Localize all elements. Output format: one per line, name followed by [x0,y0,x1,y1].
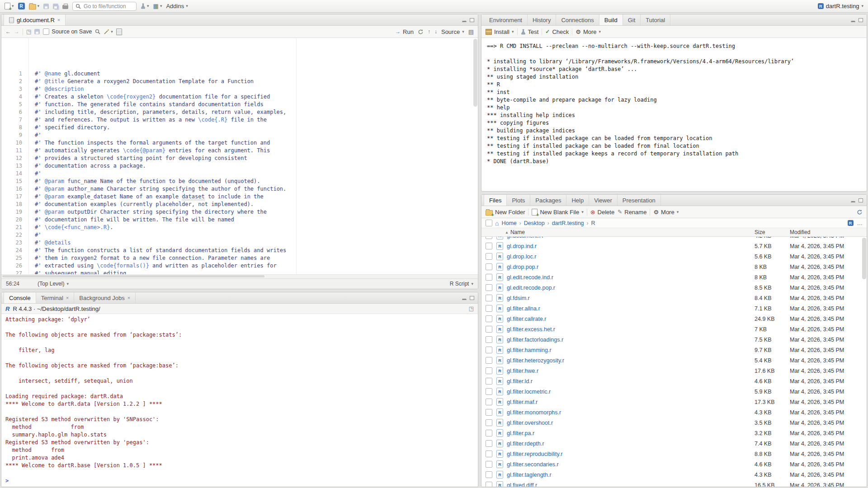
editor-scrollbar[interactable] [473,39,477,107]
maximize-pane-icon[interactable] [470,296,474,300]
tab-console[interactable]: Console [4,292,36,303]
project-selector[interactable]: R dartR.testing ▾ [818,3,863,9]
file-name-link[interactable]: gl.fixed.diff.r [507,482,755,487]
close-tab-icon[interactable]: × [127,295,130,300]
pane-layout-button[interactable]: ▦ ▾ [153,3,162,9]
file-checkbox[interactable] [486,471,492,478]
file-checkbox[interactable] [486,326,492,333]
file-checkbox[interactable] [486,243,492,249]
file-checkbox[interactable] [486,430,492,436]
tab-git[interactable]: Git [623,14,641,25]
file-name-link[interactable]: gl.drop.ind.r [507,243,755,249]
file-name-link[interactable]: gl.fdsim.r [507,295,755,301]
new-file-button[interactable]: ▾ [5,3,14,9]
close-tab-icon[interactable]: × [57,17,60,23]
tab-terminal[interactable]: Terminal× [36,292,75,303]
tab-packages[interactable]: Packages [530,195,566,206]
files-scrollbar[interactable] [862,238,866,279]
file-name-link[interactable]: gl.filter.maf.r [507,399,755,405]
file-checkbox[interactable] [486,482,492,487]
goto-file-input[interactable] [83,3,130,10]
next-chunk-icon[interactable]: ↓ [434,29,437,34]
tab-history[interactable]: History [528,14,556,25]
file-name-link[interactable]: gl.filter.ld.r [507,378,755,385]
file-checkbox[interactable] [486,336,492,343]
build-output[interactable]: ==> R CMD INSTALL --preclean --no-multia… [481,38,867,191]
file-checkbox[interactable] [486,305,492,312]
new-folder-button[interactable]: New Folder [486,209,525,216]
file-checkbox[interactable] [486,284,492,291]
code-editor[interactable]: 1#' @name gl.document2#' @title Generate… [1,38,478,274]
new-blank-file-button[interactable]: New Blank File ▾ [532,209,583,216]
file-checkbox[interactable] [486,399,492,405]
rerun-icon[interactable] [418,29,424,35]
open-file-button[interactable]: ▾ [29,3,40,9]
file-name-link[interactable]: gl.edit.recode.pop.r [507,285,755,291]
file-name-link[interactable]: gl.filter.factorloadings.r [507,337,755,343]
compile-tools-button[interactable]: ▾ [141,3,149,9]
delete-button[interactable]: ⊗ Delete [590,209,614,216]
minimize-pane-icon[interactable] [851,198,855,202]
tab-files[interactable]: Files [484,195,507,206]
console-output[interactable]: Attaching package: ‘dplyr’The following … [1,314,478,487]
column-header-name[interactable]: ▲ Name [505,229,755,235]
maximize-pane-icon[interactable] [859,18,863,22]
file-name-link[interactable]: gl.filter.heterozygosity.r [507,357,755,364]
file-checkbox[interactable] [486,357,492,364]
save-icon[interactable] [34,29,40,34]
save-all-icon[interactable] [53,4,58,9]
close-tab-icon[interactable]: × [66,295,69,300]
refresh-icon[interactable] [857,209,863,215]
tab-environment[interactable]: Environment [484,14,528,25]
forward-icon[interactable]: → [14,29,19,34]
new-project-icon[interactable]: R [18,3,25,9]
compile-report-icon[interactable] [116,28,122,35]
minimize-pane-icon[interactable] [462,296,467,300]
file-name-link[interactable]: gl.document.R [507,237,755,239]
source-on-save-toggle[interactable]: Source on Save [43,28,92,35]
file-checkbox[interactable] [486,295,492,301]
run-button[interactable]: → Run [395,28,414,35]
file-checkbox[interactable] [486,263,492,270]
previous-chunk-icon[interactable]: ↑ [428,29,430,34]
select-all-checkbox[interactable] [486,220,492,226]
maximize-pane-icon[interactable] [859,198,863,202]
file-checkbox[interactable] [486,237,492,239]
file-checkbox[interactable] [486,378,492,385]
code-tools-button[interactable]: ▾ [104,29,113,35]
tab-help[interactable]: Help [566,195,589,206]
file-name-link[interactable]: gl.edit.recode.ind.r [507,274,755,281]
addins-menu[interactable]: Addins ▾ [166,3,188,9]
file-name-link[interactable]: gl.filter.locmetric.r [507,389,755,395]
file-name-link[interactable]: gl.drop.loc.r [507,253,755,260]
file-name-link[interactable]: gl.filter.overshoot.r [507,420,755,426]
path-ellipsis-button[interactable]: … [857,220,863,226]
source-on-save-checkbox[interactable] [43,28,49,35]
file-name-link[interactable]: gl.filter.pa.r [507,430,755,436]
tab-connections[interactable]: Connections [556,14,599,25]
file-checkbox[interactable] [486,253,492,260]
tab-presentation[interactable]: Presentation [618,195,661,206]
file-checkbox[interactable] [486,315,492,322]
open-in-new-window-icon[interactable]: ◳ [26,29,31,34]
file-name-link[interactable]: gl.drop.pop.r [507,264,755,270]
scope-selector[interactable]: (Top Level) ▾ [38,281,69,287]
minimize-pane-icon[interactable] [462,18,467,22]
column-header-modified[interactable]: Modified [790,229,867,235]
tab-viewer[interactable]: Viewer [589,195,618,206]
build-more-menu[interactable]: ⚙ More ▾ [576,28,601,35]
save-icon[interactable] [43,4,49,9]
file-checkbox[interactable] [486,388,492,395]
print-icon[interactable] [62,5,68,9]
file-checkbox[interactable] [486,347,492,353]
rename-button[interactable]: ✎ Rename [618,209,646,216]
test-button[interactable]: Test [521,28,539,35]
file-checkbox[interactable] [486,440,492,447]
tab-tutorial[interactable]: Tutorial [641,14,670,25]
check-button[interactable]: ✓ Check [545,28,569,35]
file-name-link[interactable]: gl.filter.reproducibility.r [507,451,755,457]
tab-build[interactable]: Build [599,14,623,25]
install-button[interactable]: Install ▾ [486,28,514,35]
tab-gl-document-r[interactable]: gl.document.R × [4,14,66,25]
files-more-menu[interactable]: ⚙ More ▾ [653,209,679,216]
